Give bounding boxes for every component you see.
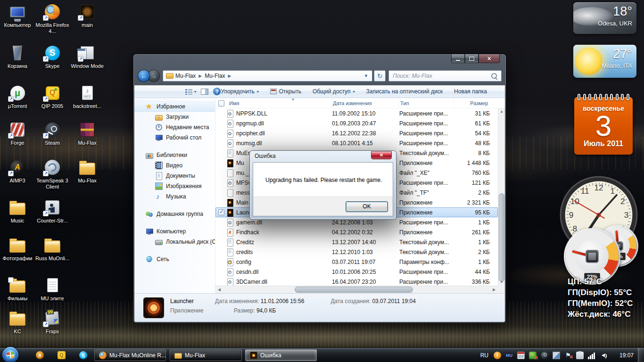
column-header-type[interactable]: Тип [399, 99, 454, 108]
desktop-icon[interactable]: Q ↗ QIP 2005 [35, 84, 70, 109]
desktop-icon[interactable]: µ ↗ µTorrent [0, 84, 35, 109]
calendar-gadget[interactable]: воскресенье 3 Июль 2011 [574, 97, 633, 155]
toolbar-button[interactable]: Открыть [270, 88, 301, 95]
desktop-icon[interactable]: ↗ TeamSpeak 3 Client [35, 158, 70, 190]
horizontal-scrollbar[interactable]: ◀ ▶ [215, 286, 498, 293]
skype-tray-icon[interactable]: S [79, 351, 87, 359]
taskbar-button[interactable]: Mu-Flax MuOnline R... [94, 349, 166, 361]
desktop-icon[interactable]: ↗ Steam [35, 121, 70, 146]
maximize-button[interactable] [465, 54, 479, 63]
search-icon[interactable] [491, 73, 497, 79]
tray-icon[interactable]: i [494, 352, 501, 359]
address-dropdown-icon[interactable]: ▼ [362, 74, 370, 78]
desktop-icon[interactable]: ↗ KC [0, 309, 35, 335]
desktop-icon[interactable]: ↗ Фильмы [0, 276, 35, 302]
tray-icon[interactable] [600, 352, 607, 359]
breadcrumb-separator-icon[interactable]: ▶ [228, 74, 231, 78]
file-row[interactable]: 3DCamer.dll 16.04.2007 23:20 Расширение … [215, 277, 498, 287]
desktop-icon[interactable]: ↗ Компьютер [0, 3, 35, 28]
tray-icon[interactable] [576, 352, 584, 359]
horizontal-scroll-thumb[interactable] [295, 287, 413, 293]
desktop-icon[interactable]: ↗ MU элите [35, 276, 70, 302]
desktop-icon[interactable]: ↗ Mu-Flax [70, 121, 105, 146]
clock-time[interactable]: 19:07 [619, 348, 634, 362]
sidebar-item[interactable]: Загрузки [134, 112, 215, 122]
file-row[interactable]: cesdn.dll 10.01.2006 20:25 Расширение пр… [215, 267, 498, 277]
file-row[interactable]: credits 12.12.2010 1:03 Текстовый докум.… [215, 247, 498, 257]
vertical-scroll-thumb[interactable] [499, 193, 504, 282]
minimize-button[interactable] [451, 54, 465, 63]
sidebar-item[interactable]: Недавние места [134, 122, 215, 132]
preview-pane-button[interactable] [201, 89, 208, 95]
toolbar-button[interactable]: Новая папка [454, 88, 487, 95]
desktop-icon[interactable]: ↗ Russ MuOnli... [35, 236, 70, 262]
desktop-icon[interactable]: ↗ Корзина [0, 44, 35, 69]
tray-icon[interactable] [541, 352, 548, 359]
tray-icon[interactable] [588, 352, 595, 359]
file-row[interactable]: Findhack 04.12.2002 0:32 Приложение 261 … [215, 227, 498, 237]
breadcrumb-segment[interactable]: Mu-Flax [175, 73, 196, 79]
sidebar-item[interactable]: Библиотеки [134, 150, 215, 160]
breadcrumb-separator-icon[interactable]: ▶ [198, 74, 202, 78]
sidebar-item[interactable]: Локальный диск (C:) [134, 237, 215, 247]
column-header-name[interactable]: Имя [224, 99, 332, 108]
qip-tray-icon[interactable]: Q [58, 351, 66, 359]
tray-icon[interactable]: ⚑ [564, 352, 572, 359]
file-row[interactable]: config 03.07.2011 19:07 Параметры конф..… [215, 257, 498, 267]
weather-gadget-odesa[interactable]: 18° Odesa, UKR [573, 2, 636, 34]
desktop-icon[interactable]: ↗ main [70, 3, 105, 28]
taskbar-button[interactable]: Mu-Flax [170, 349, 242, 361]
toolbar-button[interactable]: Записать на оптический диск [366, 88, 443, 95]
scroll-up-arrow[interactable]: ▲ [498, 108, 505, 115]
breadcrumb[interactable]: Mu-Flax ▶ Mu-Flax ▶ ▼ [163, 70, 372, 82]
column-header-date[interactable]: Дата изменения [332, 99, 399, 108]
file-row[interactable]: NPPSK.DLL 11.09.2002 15:10 Расширение пр… [215, 108, 498, 118]
scroll-right-arrow[interactable]: ▶ [490, 288, 498, 292]
show-desktop-button[interactable] [638, 348, 644, 362]
desktop-icon[interactable]: ↗ Mozilla Firefox 4... [35, 3, 70, 34]
start-button[interactable] [2, 346, 19, 362]
desktop-icon[interactable]: ↗ Counter-Str... [35, 198, 70, 224]
toolbar-button[interactable]: Общий доступ [313, 88, 355, 95]
desktop-icon[interactable]: A ↗ AIMP3 [0, 158, 35, 184]
scroll-left-arrow[interactable]: ◀ [215, 288, 223, 292]
file-row[interactable]: npgmup.dll 01.09.2003 20:47 Расширение п… [215, 118, 498, 128]
row-checkbox[interactable] [218, 209, 224, 215]
breadcrumb-segment[interactable]: Mu-Flax [205, 73, 225, 79]
desktop-icon[interactable]: ↗ Фотографии [0, 236, 35, 262]
select-all-checkbox[interactable] [218, 100, 224, 107]
dialog-close-button[interactable]: × [371, 151, 392, 159]
back-button[interactable]: ← [138, 70, 150, 82]
tray-icon[interactable] [529, 352, 537, 359]
help-button[interactable]: ? [213, 88, 221, 95]
aimp-tray-icon[interactable]: a [36, 351, 44, 359]
sidebar-item[interactable]: Сеть [134, 254, 215, 264]
tray-icon[interactable] [553, 352, 560, 359]
vertical-scrollbar[interactable]: ▲ ▼ [498, 108, 505, 286]
sidebar-item[interactable]: Домашняя группа [134, 209, 215, 219]
desktop-icon[interactable]: ↗ Fraps [35, 309, 70, 335]
weather-gadget-milano[interactable]: 27° Milano, ITA [573, 45, 636, 78]
desktop-icon[interactable]: ↗ Mu-Flax [70, 158, 105, 184]
desktop-icon[interactable]: S ↗ Skype [35, 44, 70, 69]
sidebar-item[interactable]: Музыка [134, 191, 215, 202]
sidebar-item[interactable]: Рабочий стол [134, 132, 215, 143]
desktop-icon[interactable]: ↗ Window Mode [70, 44, 105, 69]
scroll-down-arrow[interactable]: ▼ [498, 279, 505, 286]
file-row[interactable]: mumsg.dll 08.10.2001 4:15 Расширение при… [215, 138, 498, 148]
close-button[interactable] [479, 54, 500, 63]
column-header-size[interactable]: Размер [454, 99, 490, 108]
ok-button[interactable]: OK [346, 201, 388, 212]
sidebar-item[interactable]: Изображения [134, 181, 215, 191]
sidebar-item[interactable]: Компьютер [134, 226, 215, 237]
desktop-icon[interactable]: ↗ Forge [0, 121, 35, 146]
tray-icon[interactable]: MU [505, 352, 513, 359]
change-view-button[interactable] [185, 89, 196, 95]
sidebar-item[interactable]: Видео [134, 160, 215, 171]
desktop-icon[interactable]: ↗ backstreet... [70, 84, 105, 109]
desktop-icon[interactable]: ↗ Music [0, 198, 35, 224]
file-row[interactable]: Creditz 13.12.2007 14:40 Текстовый докум… [215, 237, 498, 247]
search-input[interactable]: Поиск: Mu-Flax [388, 70, 502, 82]
sidebar-item[interactable]: Избранное [134, 101, 215, 112]
refresh-button[interactable]: ↻ [374, 70, 386, 82]
